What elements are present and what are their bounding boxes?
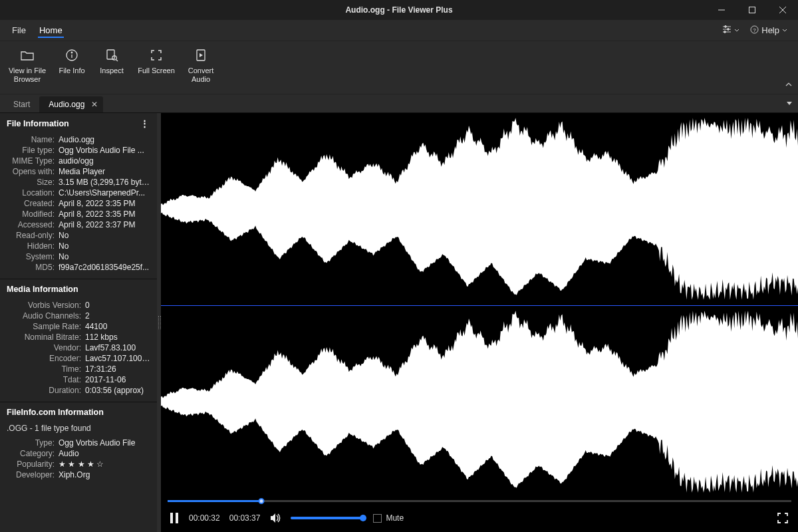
maximize-button[interactable] <box>737 0 767 20</box>
info-row: MIME Type:audio/ogg <box>7 156 150 166</box>
info-value: 17:31:26 <box>85 364 150 374</box>
svg-rect-22 <box>176 513 178 523</box>
info-value: audio/ogg <box>59 156 150 166</box>
info-row: Name:Audio.ogg <box>7 135 150 144</box>
fileinfo-summary: .OGG - 1 file type found <box>7 422 150 437</box>
info-row: Hidden:No <box>7 241 150 251</box>
svg-marker-20 <box>787 102 792 105</box>
info-row: Read-only:No <box>7 231 150 240</box>
media-information-header: Media Information <box>0 279 157 298</box>
tab-label: Audio.ogg <box>49 100 84 109</box>
menu-bar: File Home ? Help <box>0 20 798 41</box>
info-key: Created: <box>7 199 55 208</box>
info-key: Category: <box>7 449 55 458</box>
info-row: Modified:April 8, 2022 3:35 PM <box>7 209 150 219</box>
info-row: File type:Ogg Vorbis Audio File ... <box>7 146 150 155</box>
ribbon-label: File Info <box>59 66 84 75</box>
info-key: Popularity: <box>7 460 55 469</box>
chevron-down-icon <box>782 25 787 35</box>
info-row: Created:April 8, 2022 3:35 PM <box>7 199 150 208</box>
info-value: f99a7c2d06183549e25f... <box>59 263 150 272</box>
tab-start[interactable]: Start <box>4 96 39 112</box>
info-key: Encoder: <box>7 354 81 363</box>
info-key: Size: <box>7 178 55 187</box>
menu-file[interactable]: File <box>5 20 33 41</box>
convert-audio-button[interactable]: Convert Audio <box>181 45 221 85</box>
info-value: Audio <box>59 449 150 458</box>
close-tab-button[interactable]: ✕ <box>91 100 98 109</box>
info-key: Vorbis Version: <box>7 301 81 310</box>
info-row: Tdat:2017-11-06 <box>7 375 150 384</box>
waveform-display[interactable] <box>161 113 798 497</box>
info-row: Duration:0:03:56 (approx) <box>7 386 150 395</box>
info-value: 0:03:56 (approx) <box>85 386 150 395</box>
view-in-file-browser-button[interactable]: View in File Browser <box>3 45 52 85</box>
collapse-ribbon-button[interactable] <box>785 79 793 91</box>
volume-icon[interactable] <box>269 512 281 524</box>
close-button[interactable] <box>767 0 798 20</box>
file-info-button[interactable]: File Info <box>52 45 92 76</box>
full-screen-button[interactable]: Full Screen <box>132 45 181 76</box>
info-key: MD5: <box>7 263 55 272</box>
inspect-icon <box>104 48 119 63</box>
info-key: Hidden: <box>7 241 55 251</box>
info-key: Tdat: <box>7 375 81 384</box>
ribbon-label: View in File Browser <box>9 66 46 84</box>
svg-point-9 <box>724 31 726 33</box>
info-key: Read-only: <box>7 231 55 240</box>
fileinfo-com-body: .OGG - 1 file type found Type:Ogg Vorbis… <box>0 421 157 486</box>
playback-controls: 00:00:32 00:03:37 Mute <box>161 504 798 532</box>
tab-audio-ogg[interactable]: Audio.ogg ✕ <box>39 96 103 112</box>
mute-checkbox[interactable]: Mute <box>373 513 404 523</box>
main-area: File Information ⋮ Name:Audio.oggFile ty… <box>0 113 798 532</box>
info-row: Popularity:★ ★ ★ ★ ☆ <box>7 460 150 469</box>
svg-point-14 <box>71 52 72 53</box>
info-key: Nominal Bitrate: <box>7 332 81 342</box>
info-value: Xiph.Org <box>59 470 150 479</box>
convert-icon <box>194 48 208 63</box>
section-title: File Information <box>7 119 69 128</box>
section-title: Media Information <box>7 285 78 294</box>
info-row: Sample Rate:44100 <box>7 322 150 331</box>
window-controls <box>706 0 798 20</box>
mute-label: Mute <box>386 513 404 523</box>
help-menu[interactable]: ? Help <box>745 20 793 41</box>
svg-text:?: ? <box>753 27 757 33</box>
info-key: Sample Rate: <box>7 322 81 331</box>
minimize-button[interactable] <box>706 0 737 20</box>
info-value: No <box>59 252 150 261</box>
volume-slider[interactable] <box>291 517 364 519</box>
pause-button[interactable] <box>169 512 180 524</box>
waveform-channel-left <box>161 113 798 305</box>
info-value: 0 <box>85 301 150 310</box>
info-key: MIME Type: <box>7 156 55 166</box>
info-key: Location: <box>7 188 55 198</box>
info-key: Type: <box>7 438 55 448</box>
svg-rect-1 <box>749 7 755 13</box>
info-key: Name: <box>7 135 55 144</box>
playback-progress[interactable] <box>161 497 798 504</box>
checkbox-icon <box>373 514 382 523</box>
info-sidebar: File Information ⋮ Name:Audio.oggFile ty… <box>0 113 157 532</box>
info-row: Nominal Bitrate:112 kbps <box>7 332 150 342</box>
info-value: Ogg Vorbis Audio File <box>59 438 150 448</box>
info-value: 3.15 MB (3,299,176 bytes) <box>59 178 150 187</box>
info-key: Developer: <box>7 470 55 479</box>
menu-home[interactable]: Home <box>33 20 69 41</box>
info-value: Lavc57.107.100 ... <box>85 354 150 363</box>
info-key: Vendor: <box>7 343 81 352</box>
media-information-body: Vorbis Version:0Audio Channels:2Sample R… <box>0 298 157 402</box>
ribbon-label: Convert Audio <box>188 66 214 84</box>
info-value: 2 <box>85 311 150 321</box>
settings-menu[interactable] <box>717 20 745 41</box>
inspect-button[interactable]: Inspect <box>92 45 132 76</box>
info-row: MD5:f99a7c2d06183549e25f... <box>7 263 150 272</box>
kebab-menu-icon[interactable]: ⋮ <box>140 118 150 128</box>
info-key: System: <box>7 252 55 261</box>
info-value: Audio.ogg <box>59 135 150 144</box>
document-tab-strip: Start Audio.ogg ✕ <box>0 94 798 113</box>
info-value: No <box>59 231 150 240</box>
fullscreen-button[interactable] <box>775 511 790 525</box>
tab-overflow-button[interactable] <box>786 99 793 108</box>
sliders-icon <box>722 25 732 36</box>
